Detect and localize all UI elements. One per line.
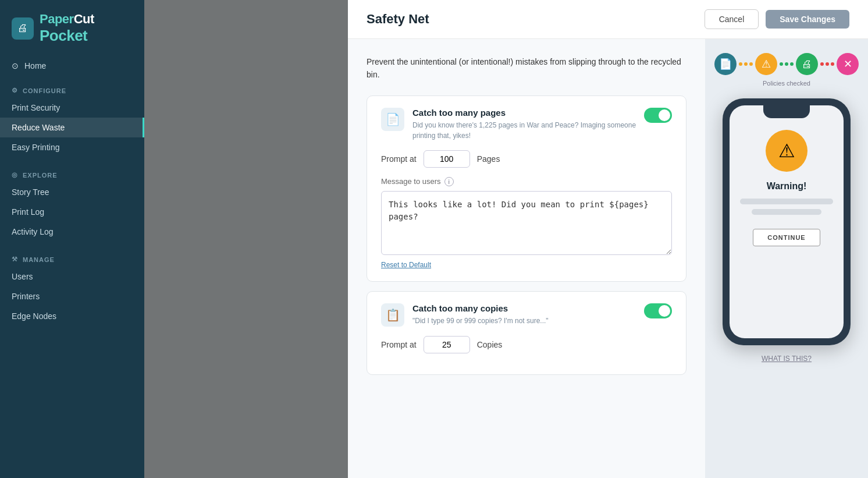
feature-title-copies: Catch too many copies: [412, 303, 549, 313]
feature-header-left-pages: 📄 Catch too many pages Did you know ther…: [381, 108, 644, 141]
sidebar-item-activity-log[interactable]: Activity Log: [0, 222, 144, 242]
cancel-button[interactable]: Cancel: [705, 9, 759, 29]
dot-9: [831, 62, 834, 66]
policies-label: Policies checked: [763, 80, 810, 87]
sidebar-item-print-log[interactable]: Print Log: [0, 202, 144, 222]
phone-text-line-2: [752, 209, 821, 215]
phone-notch: [763, 105, 810, 118]
phone-text-line-1: [740, 199, 833, 204]
modal-header: Safety Net Cancel Save Changes: [348, 0, 868, 39]
feature-header-left-copies: 📋 Catch too many copies "Did I type 99 o…: [381, 303, 549, 327]
prompt-label-pages: Prompt at: [381, 154, 417, 164]
phone-warning-icon: ⚠: [766, 130, 807, 172]
sidebar-item-print-security[interactable]: Print Security: [0, 98, 144, 118]
sidebar-section-manage: ⚒ MANAGE Users Printers Edge Nodes: [0, 246, 144, 331]
feature-info-pages: Catch too many pages Did you know there'…: [412, 108, 644, 141]
arrow-dots-3: [820, 62, 834, 66]
sidebar: 🖨 PaperCutPocket ⊙ Home ⚙ CONFIGURE Prin…: [0, 0, 144, 478]
preview-panel: 📄 ⚠ 🖨: [705, 39, 868, 478]
copies-icon: 📋: [381, 303, 404, 327]
app-logo: 🖨 PaperCutPocket: [0, 0, 144, 54]
dot-5: [785, 62, 788, 66]
logo-text: PaperCutPocket: [40, 12, 94, 45]
prompt-row-pages: Prompt at Pages: [381, 150, 672, 168]
printers-label: Printers: [12, 292, 40, 301]
configure-icon: ⚙: [12, 87, 18, 94]
section-label-configure: ⚙ CONFIGURE: [0, 87, 144, 98]
dot-2: [744, 62, 748, 66]
toggle-pages[interactable]: [644, 108, 672, 123]
feature-info-copies: Catch too many copies "Did I type 99 or …: [412, 303, 549, 326]
policy-icon-print: 🖨: [796, 53, 818, 75]
prompt-label-copies: Prompt at: [381, 340, 417, 349]
phone-screen: ⚠ Warning! CONTINUE: [730, 105, 844, 338]
sidebar-item-reduce-waste[interactable]: Reduce Waste: [0, 118, 144, 137]
explore-icon: ◎: [12, 171, 18, 179]
feature-header-pages: 📄 Catch too many pages Did you know ther…: [381, 108, 672, 141]
phone-continue-button: CONTINUE: [753, 229, 820, 246]
arrow-dots-2: [780, 62, 794, 66]
phone-mockup: ⚠ Warning! CONTINUE: [723, 98, 851, 345]
feature-title-pages: Catch too many pages: [412, 108, 644, 118]
feature-desc-pages: Did you know there's 1,225 pages in War …: [412, 120, 644, 141]
what-is-this-link[interactable]: WHAT IS THIS?: [762, 355, 812, 363]
prompt-row-copies: Prompt at Copies: [381, 336, 672, 353]
textarea-label: Message to users i: [381, 177, 672, 186]
sidebar-item-edge-nodes[interactable]: Edge Nodes: [0, 306, 144, 326]
manage-icon: ⚒: [12, 256, 18, 263]
sidebar-item-home[interactable]: ⊙ Home: [0, 54, 144, 77]
reduce-waste-label: Reduce Waste: [12, 123, 65, 132]
sidebar-item-users[interactable]: Users: [0, 267, 144, 286]
modal-header-actions: Cancel Save Changes: [705, 9, 849, 29]
story-tree-label: Story Tree: [12, 187, 49, 197]
sidebar-home-label: Home: [24, 61, 46, 70]
dot-7: [820, 62, 824, 66]
pages-icon: 📄: [381, 108, 404, 131]
prompt-unit-pages: Pages: [477, 154, 500, 164]
sidebar-item-printers[interactable]: Printers: [0, 286, 144, 306]
modal-overlay: Safety Net Cancel Save Changes Prevent t…: [144, 0, 868, 478]
form-section: Prevent the unintentional (or intentiona…: [348, 39, 705, 478]
feature-card-copies: 📋 Catch too many copies "Did I type 99 o…: [367, 291, 686, 375]
arrow-dots-1: [739, 62, 753, 66]
easy-printing-label: Easy Printing: [12, 143, 59, 152]
feature-header-copies: 📋 Catch too many copies "Did I type 99 o…: [381, 303, 672, 327]
sidebar-item-story-tree[interactable]: Story Tree: [0, 182, 144, 202]
modal-panel: Safety Net Cancel Save Changes Prevent t…: [348, 0, 868, 478]
prompt-input-copies[interactable]: [424, 336, 470, 353]
feature-desc-copies: "Did I type 99 or 999 copies? I'm not su…: [412, 316, 549, 326]
dot-8: [826, 62, 829, 66]
toggle-copies[interactable]: [644, 303, 672, 318]
reset-link[interactable]: Reset to Default: [381, 261, 431, 269]
message-section: Message to users i This looks like a lot…: [381, 177, 672, 270]
dot-3: [749, 62, 753, 66]
policy-icon-doc: 📄: [714, 53, 737, 75]
modal-description: Prevent the unintentional (or intentiona…: [367, 55, 686, 82]
section-label-manage: ⚒ MANAGE: [0, 256, 144, 267]
edge-nodes-label: Edge Nodes: [12, 311, 56, 321]
sidebar-section-explore: ◎ EXPLORE Story Tree Print Log Activity …: [0, 162, 144, 246]
policy-icon-warning: ⚠: [755, 53, 777, 75]
message-textarea[interactable]: This looks like a lot! Did you mean to p…: [381, 191, 672, 255]
policy-icon-cancel: ✕: [837, 53, 859, 75]
prompt-input-pages[interactable]: [424, 150, 470, 168]
feature-card-pages: 📄 Catch too many pages Did you know ther…: [367, 95, 686, 282]
modal-body: Prevent the unintentional (or intentiona…: [348, 39, 868, 478]
phone-warning-title: Warning!: [767, 181, 807, 192]
dot-6: [790, 62, 794, 66]
print-log-label: Print Log: [12, 207, 44, 217]
dot-4: [780, 62, 783, 66]
sidebar-section-configure: ⚙ CONFIGURE Print Security Reduce Waste …: [0, 77, 144, 162]
logo-icon: 🖨: [12, 17, 34, 40]
home-icon: ⊙: [12, 61, 19, 70]
print-security-label: Print Security: [12, 103, 60, 112]
prompt-unit-copies: Copies: [477, 340, 503, 349]
sidebar-item-easy-printing[interactable]: Easy Printing: [0, 137, 144, 157]
activity-log-label: Activity Log: [12, 227, 54, 236]
modal-title: Safety Net: [367, 12, 429, 27]
section-label-explore: ◎ EXPLORE: [0, 171, 144, 182]
main-content: 🪣 GENTLE Let us do the nudging for you. …: [144, 0, 868, 478]
users-label: Users: [12, 272, 33, 281]
save-button[interactable]: Save Changes: [766, 10, 849, 29]
info-icon[interactable]: i: [444, 177, 454, 186]
